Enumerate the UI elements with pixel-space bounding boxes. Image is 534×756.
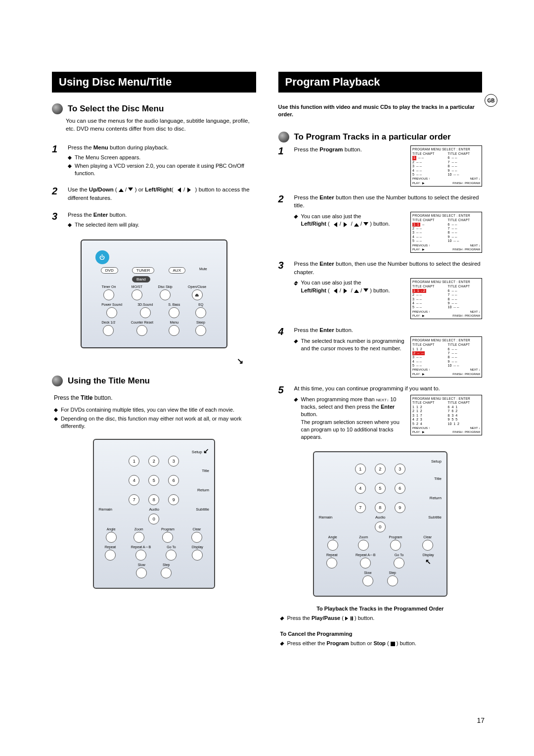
num-0: 0 [375,521,386,532]
page-number: 17 [477,716,485,724]
num-6: 6 [395,483,405,494]
title-label: Title [434,476,442,481]
audio-label: Audio [375,515,385,520]
num-1: 1 [355,464,366,474]
num-9: 9 [395,502,405,513]
num-8: 8 [375,502,386,513]
clear-label: Clear [193,527,201,531]
return-label: Return [430,496,442,500]
openclose-label: Open/Close [188,285,206,288]
tuner-btn: TUNER [132,267,155,274]
discskip-label: Disc Skip [158,285,172,288]
remain-label: Remain [99,507,113,512]
left-arrow-icon [331,222,337,227]
num-6: 6 [168,475,179,486]
num-0: 0 [148,514,159,524]
num-7: 7 [129,494,139,505]
right-arrow-icon [187,188,193,192]
bullet-icon [52,376,63,386]
num-4: 4 [129,475,139,486]
program-intro: Use this function with video and music C… [278,103,483,119]
play-pause-icon [345,616,353,620]
3dsound-label: 3D.Sound [137,303,153,306]
num-3: 3 [168,456,179,467]
indicator-arrow-icon: ↘ [52,356,243,366]
angle-label: Angle [107,527,116,531]
r-step4-num: 4 [278,326,287,337]
repeatab-label: Repeat A↔B [356,553,375,557]
step3-text: Press the Enter button. [68,211,256,219]
diamond-icon [294,396,298,400]
r-step4-note: The selected track number is programming… [301,337,405,353]
setup-label: Setup [431,459,442,464]
up-arrow-icon [354,287,359,293]
display-label: Display [192,545,203,549]
playback-callout: To Playback the Tracks in the Programmed… [278,606,483,612]
up-arrow-icon [119,186,124,192]
step-label: Step [163,563,170,567]
aux-btn: AUX [169,267,185,274]
title-note1: For DVDs containing multiple titles, you… [61,406,234,414]
select-disc-intro: You can use the menus for the audio lang… [66,117,256,133]
r-step4-text: Press the Enter button. [294,326,483,334]
angle-label: Angle [328,535,337,539]
left-arrow-icon [175,188,181,192]
num-7: 7 [355,502,366,513]
program-menu-screen-2: PROGRAM MENU SELECT : ENTER TITLE CHAPT … [410,212,482,253]
right-header: Program Playback [278,72,483,93]
left-header: Using Disc Menu/Title [52,72,256,93]
down-arrow-icon [363,222,368,228]
program-menu-screen-5: PROGRAM MENU SELECT : ENTER TITLE CHAPT … [410,395,482,436]
num-2: 2 [375,464,386,474]
sleep-label: Sleep [196,321,205,324]
step3-num: 3 [52,211,61,222]
gb-badge: GB [485,94,497,107]
cancel-callout-note: Press either the Program button or Stop … [287,640,417,647]
remain-label: Remain [319,515,333,520]
step1-note1: The Menu Screen appears. [75,154,140,161]
diamond-icon [294,337,298,341]
r-step5-text: At this time, you can continue programmi… [294,384,483,393]
diamond-icon [54,415,58,419]
audio-label: Audio [149,507,159,512]
num-8: 8 [148,494,159,505]
r-step3-note: You can use also just the Left/Right ( /… [301,279,390,294]
program-label: Program [389,535,402,539]
r-step2-note: You can use also just the Left/Right ( /… [301,213,390,228]
bullet-icon [52,103,63,114]
r-step2-text: Press the Enter button then use the Numb… [294,193,483,210]
num-9: 9 [168,494,179,505]
remote-illustration-top: ⏻ DVD TUNER AUX Mute Band Timer On MO/ST… [81,239,227,348]
diamond-icon [68,221,72,225]
most-label: MO/ST [132,285,142,288]
deck12-label: Deck 1/2 [102,321,116,324]
r-step5-num: 5 [278,384,287,396]
bullet-icon [278,132,289,142]
down-arrow-icon [128,188,133,193]
repeat-label: Repeat [105,545,116,549]
num-3: 3 [395,464,405,474]
cancel-callout: To Cancel the Programming [278,631,483,637]
timer-on-label: Timer On [101,285,116,288]
r-step3-text: Press the Enter button, then use the Num… [294,260,483,276]
band-btn: Band [132,276,150,283]
power-icon: ⏻ [95,250,109,264]
left-arrow-icon [331,288,337,293]
title-note2: Depending on the disc, this function may… [61,415,256,430]
subtitle-label: Subtitle [428,515,442,520]
subtitle-label: Subtitle [196,507,209,512]
num-5: 5 [148,475,159,486]
indicator-arrow-icon: ↙ [203,447,209,455]
goto-label: Go To [167,545,176,549]
goto-label: Go To [395,553,404,557]
counterreset-label: Counter Reset [131,321,153,324]
right-arrow-icon [344,288,350,293]
clear-label: Clear [423,535,432,539]
step3-note1: The selected item will play. [75,221,139,229]
title-label: Title [202,469,209,473]
num-2: 2 [148,456,159,467]
playback-callout-note: Press the Play/Pause ( ) button. [287,614,375,622]
r-step3-num: 3 [278,260,287,271]
program-menu-screen-4: PROGRAM MENU SELECT : ENTER TITLE CHAPT … [410,336,482,378]
setup-label: Setup [192,450,202,454]
